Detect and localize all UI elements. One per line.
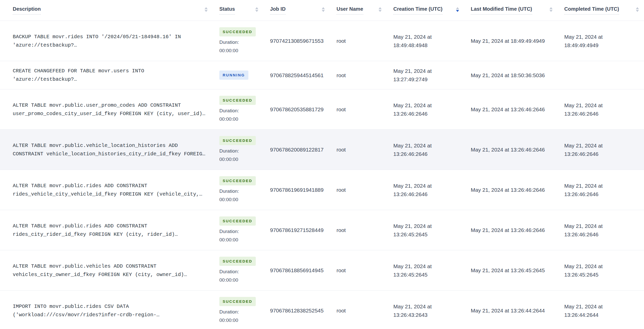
sort-arrows-icon[interactable] xyxy=(255,7,258,12)
completed-time: May 21, 2024 at 13:26:46:2646 xyxy=(564,101,618,118)
description-cell: ALTER TABLE movr.public.rides ADD CONSTR… xyxy=(0,222,219,239)
column-header-status[interactable]: Status xyxy=(219,6,270,15)
creation-time: May 21, 2024 at 18:49:48:4948 xyxy=(393,33,447,49)
job-description: BACKUP TABLE movr.rides INTO '/2024/05/2… xyxy=(13,33,209,49)
user-name-cell: root xyxy=(337,226,393,234)
column-header-last-modified-time-utc[interactable]: Last Modified Time (UTC) xyxy=(471,6,564,15)
jobs-table: Description Status Job ID User Name Crea… xyxy=(0,0,644,329)
table-row[interactable]: ALTER TABLE movr.public.vehicles ADD CON… xyxy=(0,250,644,291)
job-id: 970678620535881729 xyxy=(270,106,324,112)
status-cell: SUCCEEDED Duration: 00:00:00 xyxy=(219,27,270,55)
table-row[interactable]: ALTER TABLE movr.public.rides ADD CONSTR… xyxy=(0,210,644,250)
job-id-cell: 970678612838252545 xyxy=(270,306,337,315)
sort-down-icon xyxy=(205,10,208,12)
last-modified-time-cell: May 21, 2024 at 13:26:45:2645 xyxy=(471,266,564,275)
status-cell: SUCCEEDED Duration: 00:00:00 xyxy=(219,136,270,163)
sort-up-icon xyxy=(549,7,553,9)
sort-up-icon xyxy=(322,7,325,9)
table-row[interactable]: BACKUP TABLE movr.rides INTO '/2024/05/2… xyxy=(0,21,644,61)
job-id-cell: 970742130859671553 xyxy=(270,37,337,45)
status-cell: RUNNING xyxy=(219,71,270,80)
user-name: root xyxy=(337,227,346,233)
description-cell: BACKUP TABLE movr.rides INTO '/2024/05/2… xyxy=(0,33,219,49)
job-id-cell: 970678619271528449 xyxy=(270,226,337,234)
job-id: 970678619691941889 xyxy=(270,187,324,193)
sort-arrows-icon[interactable] xyxy=(456,7,459,12)
job-description: ALTER TABLE movr.public.vehicle_location… xyxy=(13,141,209,158)
completed-time-cell: May 21, 2024 at 13:26:46:2646 xyxy=(564,141,644,158)
job-id: 970742130859671553 xyxy=(270,38,324,44)
status-cell: SUCCEEDED Duration: 00:00:00 xyxy=(219,96,270,123)
completed-time-cell: May 21, 2024 at 13:26:46:2646 xyxy=(564,182,644,198)
last-modified-time-cell: May 21, 2024 at 18:50:36:5036 xyxy=(471,71,564,79)
column-header-user-name[interactable]: User Name xyxy=(337,6,393,15)
sort-arrows-icon[interactable] xyxy=(322,7,325,12)
duration-value: 00:00:00 xyxy=(219,155,238,163)
creation-time-cell: May 21, 2024 at 13:26:46:2646 xyxy=(393,182,471,198)
completed-time-cell: May 21, 2024 at 13:26:44:2644 xyxy=(564,302,644,319)
sort-down-icon xyxy=(322,10,325,12)
status-badge: SUCCEEDED xyxy=(219,176,256,185)
status-badge: SUCCEEDED xyxy=(219,136,256,145)
job-description: CREATE CHANGEFEED FOR TABLE movr.users I… xyxy=(13,67,209,84)
job-id-cell: 970678620535881729 xyxy=(270,105,337,114)
column-header-description[interactable]: Description xyxy=(0,6,219,15)
description-cell: ALTER TABLE movr.public.vehicle_location… xyxy=(0,141,219,158)
last-modified-time: May 21, 2024 at 13:26:44:2644 xyxy=(471,308,545,313)
sort-down-icon xyxy=(379,10,382,12)
table-row[interactable]: CREATE CHANGEFEED FOR TABLE movr.users I… xyxy=(0,61,644,89)
job-id-cell: 970678825944514561 xyxy=(270,71,337,79)
sort-arrows-icon[interactable] xyxy=(549,7,553,12)
creation-time: May 21, 2024 at 13:26:46:2646 xyxy=(393,101,447,118)
job-id: 970678619271528449 xyxy=(270,227,324,233)
duration-label: Duration: xyxy=(219,267,239,276)
sort-arrows-icon[interactable] xyxy=(636,7,639,12)
table-row[interactable]: ALTER TABLE movr.public.user_promo_codes… xyxy=(0,89,644,130)
column-header-label: Completed Time (UTC) xyxy=(564,6,619,15)
duration-value: 00:00:00 xyxy=(219,115,238,123)
job-id-cell: 970678618856914945 xyxy=(270,266,337,275)
last-modified-time: May 21, 2024 at 13:26:46:2646 xyxy=(471,187,545,193)
job-id-cell: 970678620089122817 xyxy=(270,145,337,154)
job-description: ALTER TABLE movr.public.vehicles ADD CON… xyxy=(13,262,209,279)
creation-time-cell: May 21, 2024 at 13:26:43:2643 xyxy=(393,302,471,319)
job-id: 970678620089122817 xyxy=(270,147,324,153)
last-modified-time-cell: May 21, 2024 at 13:26:46:2646 xyxy=(471,145,564,154)
column-header-job-id[interactable]: Job ID xyxy=(270,6,337,15)
job-description: ALTER TABLE movr.public.user_promo_codes… xyxy=(13,101,209,118)
duration-label: Duration: xyxy=(219,308,239,316)
user-name-cell: root xyxy=(337,266,393,275)
creation-time: May 21, 2024 at 13:26:45:2645 xyxy=(393,222,447,239)
duration-label: Duration: xyxy=(219,38,239,46)
creation-time: May 21, 2024 at 13:26:43:2643 xyxy=(393,302,447,319)
column-header-completed-time-utc[interactable]: Completed Time (UTC) xyxy=(564,6,644,15)
status-badge: SUCCEEDED xyxy=(219,96,256,105)
creation-time-cell: May 21, 2024 at 13:26:46:2646 xyxy=(393,141,471,158)
column-header-creation-time-utc[interactable]: Creation Time (UTC) xyxy=(393,6,471,15)
job-description: ALTER TABLE movr.public.rides ADD CONSTR… xyxy=(13,182,209,198)
completed-time: May 21, 2024 at 13:26:44:2644 xyxy=(564,302,618,319)
duration-label: Duration: xyxy=(219,106,239,115)
description-cell: ALTER TABLE movr.public.user_promo_codes… xyxy=(0,101,219,118)
table-row[interactable]: IMPORT INTO movr.public.rides CSV DATA (… xyxy=(0,291,644,329)
user-name-cell: root xyxy=(337,145,393,154)
sort-arrows-icon[interactable] xyxy=(379,7,382,12)
last-modified-time-cell: May 21, 2024 at 13:26:46:2646 xyxy=(471,186,564,194)
column-header-label: Last Modified Time (UTC) xyxy=(471,6,532,15)
table-row[interactable]: ALTER TABLE movr.public.rides ADD CONSTR… xyxy=(0,170,644,210)
last-modified-time: May 21, 2024 at 13:26:45:2645 xyxy=(471,267,545,273)
creation-time-cell: May 21, 2024 at 13:26:45:2645 xyxy=(393,222,471,239)
completed-time: May 21, 2024 at 13:26:46:2646 xyxy=(564,141,618,158)
duration-value: 00:00:00 xyxy=(219,276,238,284)
table-row[interactable]: ALTER TABLE movr.public.vehicle_location… xyxy=(0,130,644,170)
user-name: root xyxy=(337,72,346,78)
sort-up-icon xyxy=(636,7,639,9)
last-modified-time: May 21, 2024 at 13:26:46:2646 xyxy=(471,227,545,233)
completed-time: May 21, 2024 at 13:26:46:2646 xyxy=(564,222,618,239)
sort-arrows-icon[interactable] xyxy=(205,7,208,12)
description-cell: CREATE CHANGEFEED FOR TABLE movr.users I… xyxy=(0,67,219,84)
last-modified-time: May 21, 2024 at 13:26:46:2646 xyxy=(471,106,545,112)
completed-time-cell: May 21, 2024 at 13:26:46:2646 xyxy=(564,222,644,239)
creation-time: May 21, 2024 at 13:26:46:2646 xyxy=(393,182,447,198)
user-name: root xyxy=(337,308,346,313)
